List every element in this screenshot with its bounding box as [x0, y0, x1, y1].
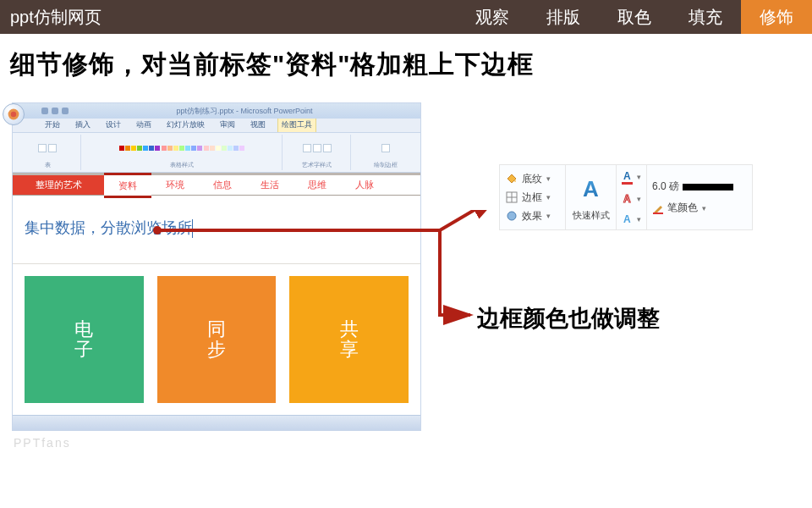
window-titlebar: ppt仿制练习.pptx - Microsoft PowerPoint	[13, 103, 420, 119]
ribbon-tab[interactable]: 幻灯片放映	[163, 118, 208, 132]
slide-tab[interactable]: 人脉	[341, 175, 388, 195]
svg-point-5	[508, 212, 516, 220]
powerpoint-window: ppt仿制练习.pptx - Microsoft PowerPoint 开始 插…	[12, 102, 421, 431]
ribbon-tab[interactable]: 开始	[41, 118, 63, 132]
ribbon-tabs: 开始 插入 设计 动画 幻灯片放映 审阅 视图 绘图工具	[13, 119, 420, 132]
svg-point-1	[11, 112, 16, 117]
chevron-down-icon: ▾	[637, 215, 641, 224]
slide-tab-active[interactable]: 资料	[104, 173, 151, 198]
ribbon-tab[interactable]: 动画	[133, 118, 155, 132]
border-button[interactable]: 边框▾	[505, 190, 560, 205]
card-yellow: 共 享	[289, 276, 409, 403]
office-button-icon[interactable]	[3, 103, 25, 125]
watermark: PPTfans	[12, 431, 812, 450]
pen-weight[interactable]: 6.0 磅	[652, 179, 747, 194]
ribbon-body: 表 表格样式 艺术字样式 绘制边框	[13, 132, 420, 173]
ribbon-tab[interactable]: 插入	[72, 118, 94, 132]
slide-tabs: 整理的艺术 资料 环境 信息 生活 思维 人脉	[13, 175, 420, 196]
toolbox-col-textfx: A▾ A▾ A▾	[617, 165, 647, 229]
slide-tab[interactable]: 环境	[151, 175, 199, 195]
pen-icon	[652, 202, 664, 214]
ribbon-tab[interactable]: 设计	[102, 118, 124, 132]
nav-fill[interactable]: 填充	[670, 0, 741, 34]
quick-access-toolbar	[41, 108, 69, 114]
effect-icon	[505, 209, 518, 223]
text-outline-button[interactable]: A▾	[622, 193, 641, 205]
text-cursor	[192, 219, 193, 238]
card-orange: 同 步	[157, 276, 277, 403]
text-effect-button[interactable]: A▾	[622, 213, 641, 225]
bucket-icon	[505, 172, 518, 185]
annotation-text: 边框颜色也做调整	[477, 303, 660, 334]
slide-tab[interactable]: 生活	[246, 175, 294, 195]
status-bar	[13, 415, 420, 430]
slide-tab[interactable]: 思维	[294, 175, 341, 195]
nav-color[interactable]: 取色	[599, 0, 670, 34]
chevron-down-icon: ▾	[637, 173, 641, 181]
text-fill-button[interactable]: A▾	[622, 170, 641, 185]
chevron-down-icon: ▾	[637, 195, 641, 203]
top-nav-items: 观察 排版 取色 填充 修饰	[457, 0, 812, 34]
border-toolbox: 底纹▾ 边框▾ 效果▾ A 快速样式 A▾ A▾ A▾ 6.0 磅 笔颜色▾	[499, 164, 753, 230]
top-nav: ppt仿制网页 观察 排版 取色 填充 修饰	[0, 0, 812, 34]
wordart-A-icon: A	[583, 173, 599, 205]
chevron-down-icon: ▾	[546, 193, 551, 202]
ribbon-tab-context[interactable]: 绘图工具	[277, 117, 316, 132]
chevron-down-icon: ▾	[702, 204, 706, 213]
effect-button[interactable]: 效果▾	[505, 209, 560, 224]
window-title: ppt仿制练习.pptx - Microsoft PowerPoint	[176, 106, 312, 117]
top-nav-title: ppt仿制网页	[0, 6, 102, 29]
shading-button[interactable]: 底纹▾	[505, 172, 560, 186]
page-title: 细节修饰，对当前标签"资料"格加粗上下边框	[0, 34, 812, 102]
slide-tab[interactable]: 信息	[199, 175, 246, 195]
slide-cards: 电 子 同 步 共 享	[13, 264, 420, 415]
chevron-down-icon: ▾	[546, 212, 551, 220]
pen-color-button[interactable]: 笔颜色▾	[652, 201, 747, 215]
slide-subtitle: 集中数据，分散浏览场所	[13, 196, 420, 264]
slide-canvas: 整理的艺术 资料 环境 信息 生活 思维 人脉 集中数据，分散浏览场所 电 子 …	[13, 173, 420, 415]
nav-observe[interactable]: 观察	[457, 0, 528, 34]
border-icon	[505, 190, 518, 204]
ribbon-tab[interactable]: 视图	[247, 118, 269, 132]
text-fill-icon: A	[622, 170, 633, 185]
toolbox-col-quickstyle[interactable]: A 快速样式	[566, 165, 617, 229]
chevron-down-icon: ▾	[546, 174, 551, 183]
svg-rect-6	[653, 213, 663, 214]
card-green: 电 子	[25, 276, 144, 403]
text-effect-icon: A	[622, 213, 633, 225]
slide-tab-first[interactable]: 整理的艺术	[13, 175, 104, 195]
toolbox-col-pen: 6.0 磅 笔颜色▾	[647, 165, 752, 229]
toolbox-col-fill: 底纹▾ 边框▾ 效果▾	[500, 165, 566, 229]
nav-layout[interactable]: 排版	[528, 0, 599, 34]
text-outline-icon: A	[622, 193, 633, 205]
nav-decorate[interactable]: 修饰	[741, 0, 812, 34]
ribbon-tab[interactable]: 审阅	[217, 118, 239, 132]
weight-preview	[683, 184, 733, 190]
